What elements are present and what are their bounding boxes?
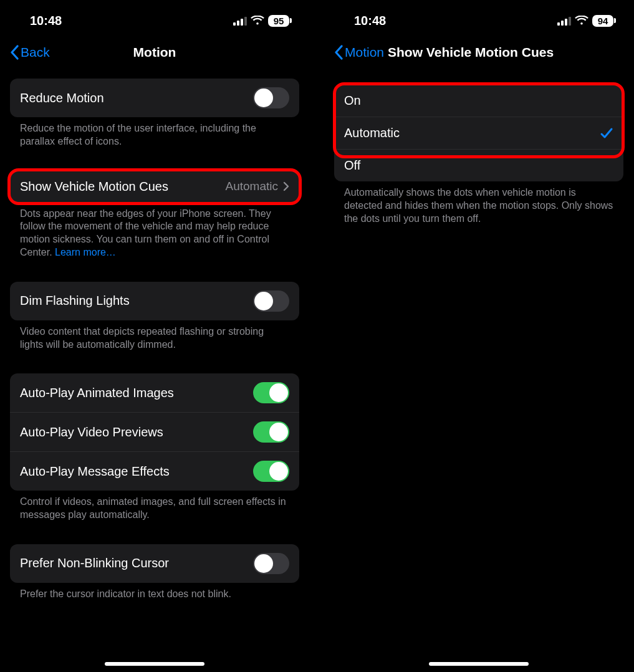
- reduce-motion-row[interactable]: Reduce Motion: [10, 79, 299, 117]
- autoplay-videos-row[interactable]: Auto-Play Video Previews: [10, 412, 299, 451]
- cursor-toggle[interactable]: [253, 553, 289, 574]
- dim-flashing-label: Dim Flashing Lights: [20, 294, 130, 308]
- chevron-left-icon: [334, 45, 343, 60]
- checkmark-icon: [600, 127, 613, 140]
- battery-icon: 94: [592, 15, 613, 27]
- vehicle-cues-footer: Dots appear near the edges of your iPhon…: [10, 203, 299, 259]
- status-time: 10:48: [354, 14, 386, 28]
- chevron-left-icon: [10, 45, 19, 60]
- reduce-motion-toggle[interactable]: [253, 87, 289, 108]
- back-label: Motion: [345, 45, 384, 60]
- autoplay-footer: Control if videos, animated images, and …: [10, 491, 299, 522]
- vehicle-cues-value: Automatic: [226, 180, 278, 193]
- autoplay-group: Auto-Play Animated Images Auto-Play Vide…: [10, 373, 299, 491]
- cursor-group: Prefer Non-Blinking Cursor: [10, 544, 299, 583]
- nav-header: Back Motion: [0, 35, 309, 72]
- status-time: 10:48: [30, 14, 62, 28]
- reduce-motion-group: Reduce Motion: [10, 79, 299, 117]
- nav-header: Motion Show Vehicle Motion Cues: [324, 35, 633, 72]
- back-button[interactable]: Motion: [334, 45, 384, 60]
- autoplay-effects-row[interactable]: Auto-Play Message Effects: [10, 451, 299, 491]
- dim-flashing-footer: Video content that depicts repeated flas…: [10, 320, 299, 352]
- motion-settings-screen: 10:48 95 Back Motion Reduce Motion Reduc…: [0, 0, 309, 672]
- wifi-icon: [251, 16, 264, 26]
- home-indicator[interactable]: [429, 662, 529, 666]
- cursor-label: Prefer Non-Blinking Cursor: [20, 556, 169, 570]
- vehicle-cues-group: Show Vehicle Motion Cues Automatic: [10, 171, 299, 203]
- cursor-row[interactable]: Prefer Non-Blinking Cursor: [10, 544, 299, 583]
- cursor-footer: Prefer the cursor indicator in text does…: [10, 583, 299, 601]
- vehicle-cues-row[interactable]: Show Vehicle Motion Cues Automatic: [10, 171, 299, 203]
- autoplay-images-row[interactable]: Auto-Play Animated Images: [10, 373, 299, 412]
- option-on-row[interactable]: On: [334, 85, 623, 117]
- autoplay-videos-label: Auto-Play Video Previews: [20, 425, 163, 439]
- option-off-label: Off: [344, 158, 360, 173]
- autoplay-images-toggle[interactable]: [253, 382, 289, 403]
- option-off-row[interactable]: Off: [334, 149, 623, 181]
- dim-flashing-row[interactable]: Dim Flashing Lights: [10, 282, 299, 320]
- vehicle-cues-detail-screen: 10:48 94 Motion Show Vehicle Motion Cues…: [324, 0, 633, 672]
- home-indicator[interactable]: [105, 662, 204, 666]
- reduce-motion-label: Reduce Motion: [20, 91, 104, 105]
- cellular-icon: [233, 16, 247, 26]
- status-icons: 95: [233, 15, 289, 27]
- autoplay-videos-toggle[interactable]: [253, 421, 289, 443]
- options-footer: Automatically shows the dots when vehicl…: [334, 181, 623, 225]
- chevron-right-icon: [283, 181, 289, 191]
- status-bar: 10:48 95: [0, 0, 309, 35]
- options-group-wrapper: On Automatic Off: [334, 85, 623, 181]
- autoplay-effects-toggle[interactable]: [253, 461, 289, 482]
- back-button[interactable]: Back: [10, 45, 50, 60]
- cellular-icon: [557, 16, 571, 26]
- option-automatic-label: Automatic: [344, 126, 400, 140]
- vehicle-cues-label: Show Vehicle Motion Cues: [20, 180, 168, 194]
- wifi-icon: [575, 16, 588, 26]
- status-bar: 10:48 94: [324, 0, 633, 35]
- battery-icon: 95: [268, 15, 289, 27]
- autoplay-images-label: Auto-Play Animated Images: [20, 386, 174, 400]
- learn-more-link[interactable]: Learn more…: [55, 247, 116, 257]
- reduce-motion-footer: Reduce the motion of the user interface,…: [10, 117, 299, 148]
- option-on-label: On: [344, 94, 361, 108]
- dim-flashing-group: Dim Flashing Lights: [10, 282, 299, 320]
- back-label: Back: [21, 45, 50, 60]
- page-title: Show Vehicle Motion Cues: [388, 45, 554, 60]
- status-icons: 94: [557, 15, 613, 27]
- options-group: On Automatic Off: [334, 85, 623, 181]
- option-automatic-row[interactable]: Automatic: [334, 117, 623, 149]
- autoplay-effects-label: Auto-Play Message Effects: [20, 464, 170, 479]
- dim-flashing-toggle[interactable]: [253, 290, 289, 312]
